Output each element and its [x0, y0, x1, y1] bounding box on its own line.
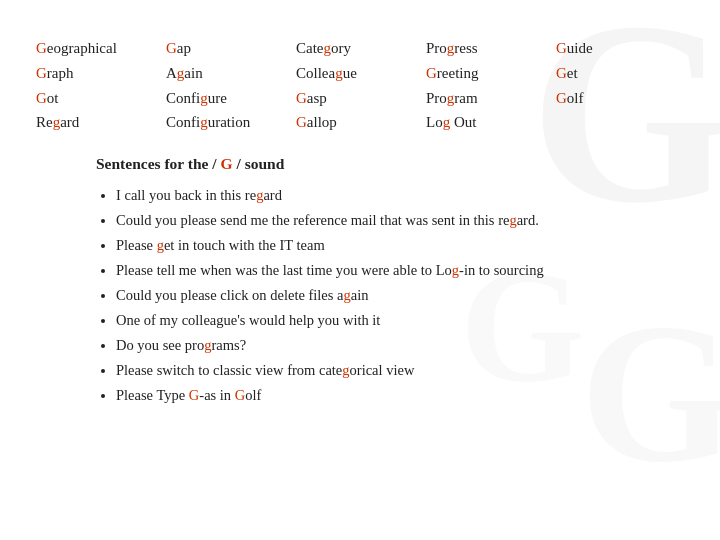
- word-item: Gasp: [296, 86, 426, 111]
- word-item: Got: [36, 86, 166, 111]
- word-item: Get: [556, 61, 656, 86]
- word-highlight: g: [200, 90, 208, 106]
- word-highlight: G: [296, 90, 307, 106]
- word-item: Geographical: [36, 36, 166, 61]
- word-highlight: g: [324, 40, 332, 56]
- word-highlight: G: [426, 65, 437, 81]
- word-highlight: G: [36, 65, 47, 81]
- word-item: Again: [166, 61, 296, 86]
- word-item: Golf: [556, 86, 656, 111]
- word-g-highlight: g: [452, 262, 459, 278]
- word-item: Regard: [36, 110, 166, 135]
- word-highlight: g: [447, 90, 455, 106]
- word-column: GuideGetGolf: [556, 36, 656, 135]
- word-g-highlight: G: [189, 387, 199, 403]
- sentences-title: Sentences for the / G / sound: [96, 155, 684, 173]
- word-g-highlight: g: [342, 362, 349, 378]
- word-highlight: G: [296, 114, 307, 130]
- sentence-item: Please tell me when was the last time yo…: [116, 258, 684, 283]
- word-g-highlight: g: [344, 287, 351, 303]
- word-highlight: g: [447, 40, 455, 56]
- word-item: Progress: [426, 36, 556, 61]
- word-item: Guide: [556, 36, 656, 61]
- word-item: Category: [296, 36, 426, 61]
- word-item: Configuration: [166, 110, 296, 135]
- word-highlight: G: [36, 90, 47, 106]
- word-column: GeographicalGraphGotRegard: [36, 36, 166, 135]
- word-g-highlight: g: [509, 212, 516, 228]
- word-highlight: g: [200, 114, 208, 130]
- sentences-section: Sentences for the / G / sound I call you…: [96, 155, 684, 407]
- word-g-highlight: g: [204, 337, 211, 353]
- word-g-highlight: g: [256, 187, 263, 203]
- sentence-item: One of my colleague's would help you wit…: [116, 308, 684, 333]
- sentence-item: Could you please click on delete files a…: [116, 283, 684, 308]
- word-highlight: G: [36, 40, 47, 56]
- word-highlight: G: [166, 40, 177, 56]
- word-g-highlight: g: [157, 237, 164, 253]
- word-highlight: G: [556, 40, 567, 56]
- word-item: Colleague: [296, 61, 426, 86]
- word-item: Log Out: [426, 110, 556, 135]
- word-item: Graph: [36, 61, 166, 86]
- sentences-list: I call you back in this regardCould you …: [96, 183, 684, 407]
- sentence-item: Do you see programs?: [116, 333, 684, 358]
- word-item: Gallop: [296, 110, 426, 135]
- page-content: GeographicalGraphGotRegardGapAgainConfig…: [0, 0, 720, 427]
- sentence-item: I call you back in this regard: [116, 183, 684, 208]
- sentence-item: Could you please send me the reference m…: [116, 208, 684, 233]
- word-column: GapAgainConfigureConfiguration: [166, 36, 296, 135]
- word-highlight: g: [335, 65, 343, 81]
- word-highlight: G: [556, 65, 567, 81]
- word-item: Configure: [166, 86, 296, 111]
- word-highlight: G: [556, 90, 567, 106]
- word-highlight: g: [443, 114, 451, 130]
- title-highlight: G: [221, 155, 233, 172]
- word-item: Program: [426, 86, 556, 111]
- sentence-item: Please switch to classic view from categ…: [116, 358, 684, 383]
- word-highlight: g: [53, 114, 61, 130]
- word-item: Gap: [166, 36, 296, 61]
- sentence-item: Please get in touch with the IT team: [116, 233, 684, 258]
- words-grid: GeographicalGraphGotRegardGapAgainConfig…: [36, 36, 684, 135]
- sentence-item: Please Type G-as in Golf: [116, 383, 684, 408]
- word-g-highlight: G: [235, 387, 245, 403]
- word-column: ProgressGreetingProgramLog Out: [426, 36, 556, 135]
- word-highlight: g: [177, 65, 185, 81]
- word-column: CategoryColleagueGaspGallop: [296, 36, 426, 135]
- word-item: Greeting: [426, 61, 556, 86]
